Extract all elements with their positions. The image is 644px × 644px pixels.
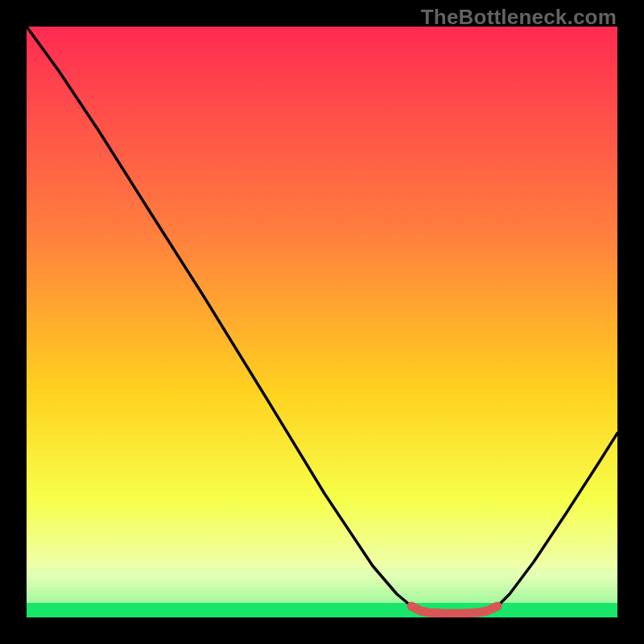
chart-frame: TheBottleneck.com [0,0,644,644]
light-band [27,568,617,603]
bottleneck-chart [27,27,617,617]
green-baseline [27,603,617,617]
gradient-background [27,27,617,617]
watermark-text: TheBottleneck.com [421,5,617,30]
chart-plot-area [27,27,617,617]
